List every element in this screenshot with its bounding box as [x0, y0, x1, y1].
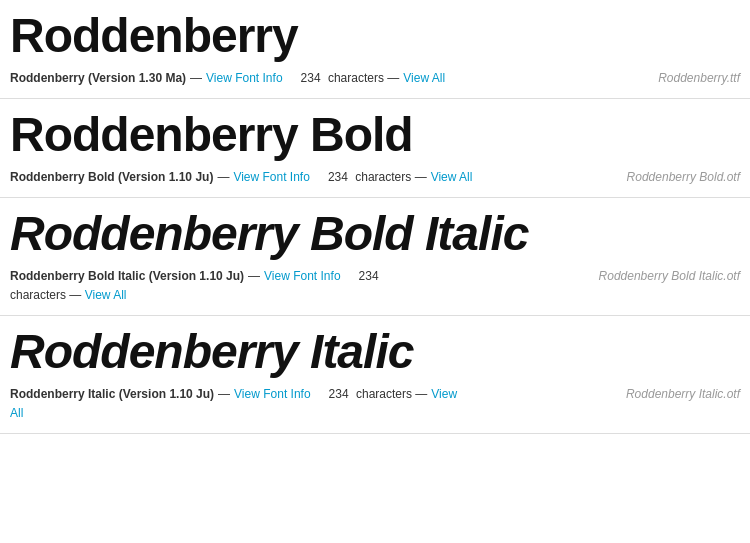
- view-all-link-2[interactable]: All: [10, 406, 23, 420]
- char-count: 234: [329, 385, 349, 404]
- meta-left: Roddenberry Bold Italic (Version 1.10 Ju…: [10, 267, 589, 286]
- font-preview-roddenberry-bold-italic: Roddenberry Bold Italic: [10, 208, 740, 261]
- meta-row-1: Roddenberry Italic (Version 1.10 Ju) — V…: [10, 385, 740, 404]
- char-count: 234: [301, 69, 321, 88]
- meta-row-2: characters — View All: [10, 286, 127, 305]
- space: [287, 69, 297, 88]
- filename: Roddenberry Italic.otf: [616, 385, 740, 404]
- space: [315, 385, 325, 404]
- char-count: 234: [359, 267, 379, 286]
- filename: Roddenberry Bold Italic.otf: [589, 267, 740, 286]
- font-meta-roddenberry-italic: Roddenberry Italic (Version 1.10 Ju) — V…: [10, 385, 740, 423]
- meta-row-2: All: [10, 404, 23, 423]
- font-preview-roddenberry: Roddenberry: [10, 10, 740, 63]
- font-name-label: Roddenberry (Version 1.30 Ma): [10, 69, 186, 88]
- font-section-roddenberry-bold: Roddenberry Bold Roddenberry Bold (Versi…: [0, 99, 750, 198]
- font-section-roddenberry: Roddenberry Roddenberry (Version 1.30 Ma…: [0, 0, 750, 99]
- filename: Roddenberry Bold.otf: [617, 168, 740, 187]
- font-preview-roddenberry-bold: Roddenberry Bold: [10, 109, 740, 162]
- meta-left: Roddenberry Italic (Version 1.10 Ju) — V…: [10, 385, 616, 404]
- view-font-info-link[interactable]: View Font Info: [234, 385, 311, 404]
- chars-label: characters —: [325, 69, 400, 88]
- space: [345, 267, 355, 286]
- separator1: —: [218, 385, 230, 404]
- view-font-info-link[interactable]: View Font Info: [233, 168, 310, 187]
- view-all-link[interactable]: View All: [85, 288, 127, 302]
- separator1: —: [190, 69, 202, 88]
- separator1: —: [217, 168, 229, 187]
- font-meta-roddenberry: Roddenberry (Version 1.30 Ma) — View Fon…: [10, 69, 740, 88]
- view-all-link[interactable]: View All: [403, 69, 445, 88]
- meta-left: Roddenberry (Version 1.30 Ma) — View Fon…: [10, 69, 648, 88]
- font-meta-roddenberry-bold: Roddenberry Bold (Version 1.10 Ju) — Vie…: [10, 168, 740, 187]
- separator1: —: [248, 267, 260, 286]
- view-all-link[interactable]: View: [431, 385, 457, 404]
- view-font-info-link[interactable]: View Font Info: [264, 267, 341, 286]
- font-name-label: Roddenberry Bold Italic (Version 1.10 Ju…: [10, 267, 244, 286]
- font-preview-roddenberry-italic: Roddenberry Italic: [10, 326, 740, 379]
- char-count: 234: [328, 168, 348, 187]
- font-name-label: Roddenberry Bold (Version 1.10 Ju): [10, 168, 213, 187]
- space: [314, 168, 324, 187]
- view-font-info-link[interactable]: View Font Info: [206, 69, 283, 88]
- meta-row: Roddenberry (Version 1.30 Ma) — View Fon…: [10, 69, 740, 88]
- chars-label: characters —: [352, 168, 427, 187]
- meta-row: Roddenberry Bold (Version 1.10 Ju) — Vie…: [10, 168, 740, 187]
- font-section-roddenberry-bold-italic: Roddenberry Bold Italic Roddenberry Bold…: [0, 198, 750, 316]
- chars-label: characters —: [10, 288, 85, 302]
- font-section-roddenberry-italic: Roddenberry Italic Roddenberry Italic (V…: [0, 316, 750, 434]
- font-meta-roddenberry-bold-italic: Roddenberry Bold Italic (Version 1.10 Ju…: [10, 267, 740, 305]
- meta-row-1: Roddenberry Bold Italic (Version 1.10 Ju…: [10, 267, 740, 286]
- view-all-link[interactable]: View All: [431, 168, 473, 187]
- font-name-label: Roddenberry Italic (Version 1.10 Ju): [10, 385, 214, 404]
- meta-left: Roddenberry Bold (Version 1.10 Ju) — Vie…: [10, 168, 617, 187]
- chars-label: characters —: [353, 385, 428, 404]
- filename: Roddenberry.ttf: [648, 69, 740, 88]
